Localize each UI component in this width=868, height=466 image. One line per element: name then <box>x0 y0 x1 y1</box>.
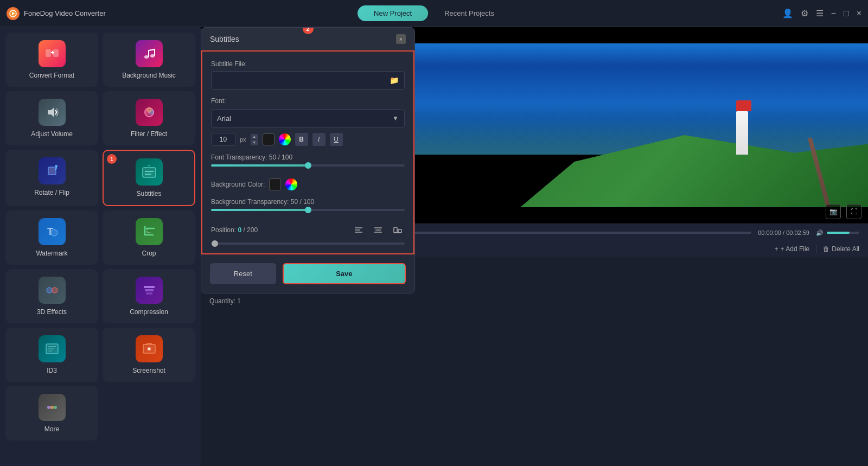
svg-rect-21 <box>146 292 152 295</box>
align-center-button[interactable] <box>371 223 385 237</box>
dialog-header: Subtitles 2 × <box>201 28 414 50</box>
settings-icon[interactable]: ⚙ <box>801 8 808 18</box>
delete-all-label: Delete All <box>832 245 859 253</box>
font-transparency-fill <box>211 164 308 167</box>
dialog-badge: 2 <box>303 27 314 34</box>
nav-tabs: New Project Recent Projects <box>358 5 510 21</box>
sidebar-item-background-music[interactable]: Background Music <box>103 33 195 87</box>
window-controls: 👤 ⚙ ☰ − □ × <box>782 8 861 18</box>
sidebar-item-id3[interactable]: ID3 <box>5 328 98 382</box>
sidebar-item-3d-effects[interactable]: 3D Effects <box>5 269 98 323</box>
app-identity: FoneDog Video Converter <box>7 7 106 20</box>
align-left-button[interactable] <box>352 223 366 237</box>
sidebar-item-watermark[interactable]: T Watermark <box>5 210 98 265</box>
quantity-label: Quantity: 1 <box>209 297 859 305</box>
3d-effects-label: 3D Effects <box>37 308 67 316</box>
lighthouse-base <box>736 111 748 155</box>
sidebar-item-filter-effect[interactable]: Filter / Effect <box>103 91 195 145</box>
bg-color-row: Background Color: <box>211 178 405 190</box>
font-underline-button[interactable]: U <box>330 133 343 146</box>
new-project-tab[interactable]: New Project <box>358 5 428 21</box>
save-button[interactable]: Save <box>283 263 406 284</box>
id3-icon <box>39 335 66 362</box>
rotate-flip-label: Rotate / Flip <box>34 189 69 196</box>
bg-transparency-fill <box>211 209 308 211</box>
font-select-chevron: ▼ <box>392 114 399 122</box>
preview-bottom-icons: 📷 ⛶ <box>826 204 861 219</box>
adjust-volume-label: Adjust Volume <box>31 130 73 138</box>
font-size-spinner: ▲ ▼ <box>251 134 258 145</box>
svg-marker-1 <box>12 12 15 15</box>
sidebar-item-screenshot[interactable]: Screenshot <box>103 328 195 382</box>
svg-rect-2 <box>46 49 51 57</box>
font-transparency-row: Font Transparency: 50 / 100 <box>211 154 405 171</box>
bg-transparency-row: Background Transparency: 50 / 100 <box>211 198 405 215</box>
menu-icon[interactable]: ☰ <box>816 8 824 18</box>
font-select[interactable]: Arial Times New Roman Helvetica <box>217 114 392 123</box>
sidebar: Convert Format Background Music Adjust V… <box>0 27 201 466</box>
font-color-swatch[interactable] <box>263 133 275 145</box>
bg-color-label: Background Color: <box>211 181 265 188</box>
font-unit: px <box>240 136 246 143</box>
font-size-up-button[interactable]: ▲ <box>251 134 258 139</box>
file-bar-divider <box>816 245 816 253</box>
font-transparency-value: 50 <box>269 154 276 161</box>
add-file-button[interactable]: + + Add File <box>775 245 810 253</box>
3d-effects-icon <box>39 277 66 304</box>
file-browse-button[interactable]: 📁 <box>390 76 399 85</box>
sidebar-item-compression[interactable]: Compression <box>103 269 195 323</box>
font-color-picker-button[interactable] <box>279 133 291 145</box>
sidebar-item-convert-format[interactable]: Convert Format <box>5 33 98 87</box>
app-title: FoneDog Video Converter <box>24 9 106 17</box>
bg-color-swatch[interactable] <box>269 178 281 190</box>
convert-format-icon <box>39 40 66 67</box>
font-transparency-thumb <box>305 162 311 169</box>
svg-rect-11 <box>48 167 56 175</box>
subtitles-badge: 1 <box>107 154 117 164</box>
position-slider-track <box>211 242 405 245</box>
subtitle-file-input[interactable] <box>217 76 390 84</box>
bg-transparency-value: 50 <box>291 198 298 206</box>
sidebar-item-subtitles[interactable]: 1 Subtitles <box>103 150 195 206</box>
svg-rect-3 <box>53 49 59 57</box>
font-bold-button[interactable]: B <box>295 133 308 146</box>
font-size-down-button[interactable]: ▼ <box>251 140 258 145</box>
dialog-close-button[interactable]: × <box>396 34 406 44</box>
user-icon[interactable]: 👤 <box>782 8 793 18</box>
dialog-footer: Reset Save <box>201 254 414 293</box>
bg-color-picker-button[interactable] <box>285 178 297 190</box>
sidebar-item-adjust-volume[interactable]: Adjust Volume <box>5 91 98 145</box>
fullscreen-icon-button[interactable]: ⛶ <box>846 204 861 219</box>
background-music-icon <box>136 40 163 67</box>
recent-projects-tab[interactable]: Recent Projects <box>428 5 510 21</box>
camera-icon-button[interactable]: 📷 <box>826 204 841 219</box>
subtitle-file-label: Subtitle File: <box>211 60 405 68</box>
close-icon[interactable]: × <box>857 9 861 18</box>
position-value: 0 <box>238 226 241 234</box>
font-size-input[interactable] <box>211 133 235 146</box>
id3-label: ID3 <box>47 367 57 374</box>
font-select-row: Arial Times New Roman Helvetica ▼ <box>211 109 405 127</box>
svg-rect-38 <box>394 227 397 233</box>
bg-transparency-thumb <box>305 207 311 213</box>
sidebar-item-rotate-flip[interactable]: Rotate / Flip <box>5 150 98 206</box>
delete-all-button[interactable]: 🗑 Delete All <box>823 245 859 253</box>
volume-bar[interactable] <box>827 232 859 234</box>
font-italic-button[interactable]: I <box>312 133 326 146</box>
volume-icon[interactable]: 🔊 <box>816 229 824 237</box>
more-icon <box>39 394 66 421</box>
adjust-volume-icon <box>39 99 66 126</box>
watermark-label: Watermark <box>36 250 67 257</box>
svg-rect-12 <box>143 168 156 177</box>
watermark-icon: T <box>39 218 66 245</box>
position-section: Position: 0 / 200 <box>211 223 405 245</box>
dialog-body: Subtitle File: 📁 Font: Arial Times New R… <box>201 50 414 254</box>
maximize-icon[interactable]: □ <box>844 9 849 18</box>
reset-button[interactable]: Reset <box>210 263 276 284</box>
sidebar-item-crop[interactable]: Crop <box>103 210 195 265</box>
minimize-icon[interactable]: − <box>831 9 836 18</box>
svg-point-16 <box>51 229 58 236</box>
dialog-title: Subtitles <box>210 35 239 43</box>
sidebar-item-more[interactable]: More <box>5 386 98 441</box>
align-bottom-button[interactable] <box>391 223 405 237</box>
